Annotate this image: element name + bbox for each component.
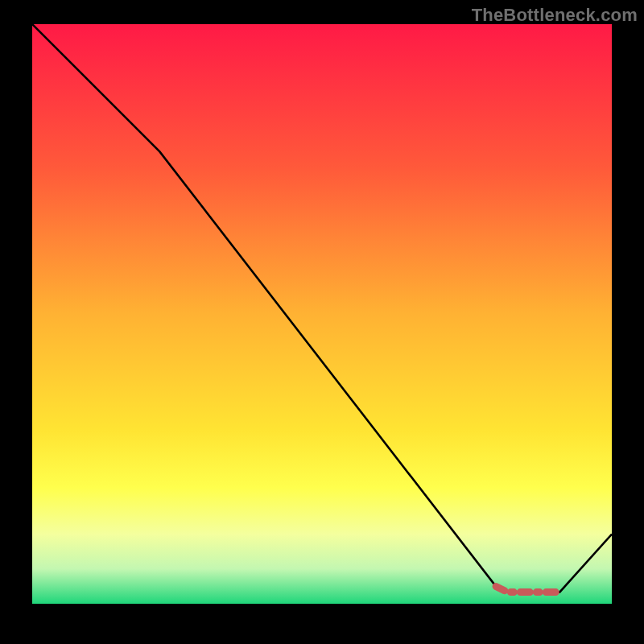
stage: TheBottleneck.com [0,0,644,644]
chart-svg [32,24,612,604]
chart-plot-area [32,24,612,604]
watermark-text: TheBottleneck.com [472,5,638,26]
